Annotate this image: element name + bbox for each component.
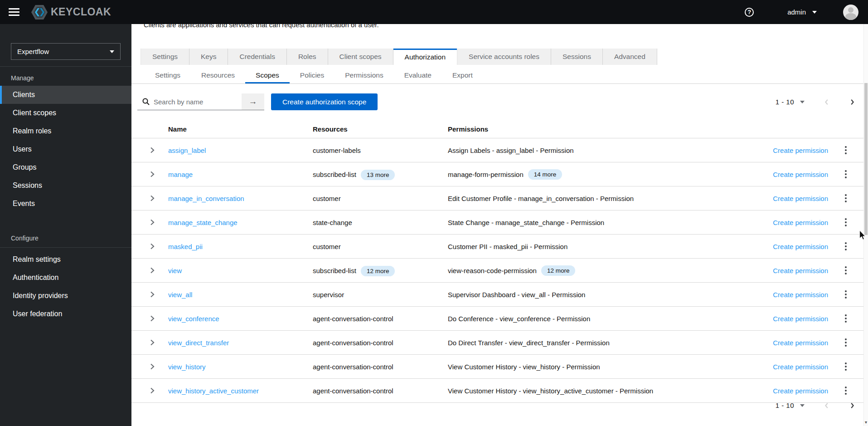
- tab-credentials[interactable]: Credentials: [228, 49, 286, 65]
- sidebar-item-users[interactable]: Users: [0, 140, 131, 158]
- create-permission-link[interactable]: Create permission: [773, 219, 828, 226]
- sidebar-item-identity-providers[interactable]: Identity providers: [0, 287, 131, 305]
- expand-row-button[interactable]: [148, 338, 157, 348]
- pagination-caret-icon[interactable]: [800, 101, 805, 103]
- search-submit-button[interactable]: →: [242, 93, 264, 110]
- more-count-badge[interactable]: 12 more: [541, 265, 576, 276]
- subtab-permissions[interactable]: Permissions: [335, 68, 393, 83]
- tab-authorization[interactable]: Authorization: [393, 49, 457, 65]
- resource-name: state-change: [313, 219, 352, 226]
- vertical-scrollbar[interactable]: ▾: [863, 24, 868, 426]
- more-count-badge[interactable]: 12 more: [361, 266, 395, 276]
- subtab-policies[interactable]: Policies: [290, 68, 335, 83]
- sidebar-item-events[interactable]: Events: [0, 195, 131, 213]
- create-permission-link[interactable]: Create permission: [773, 291, 828, 299]
- kebab-menu-button[interactable]: [842, 167, 849, 181]
- sidebar-item-clients[interactable]: Clients: [0, 86, 131, 104]
- create-permission-link[interactable]: Create permission: [773, 363, 828, 371]
- keycloak-logo[interactable]: KEYCLOAK: [31, 5, 111, 20]
- hamburger-menu-icon[interactable]: [9, 8, 19, 16]
- subtab-scopes[interactable]: Scopes: [245, 68, 290, 83]
- authorization-scopes-table: Name Resources Permissions assign_label …: [131, 120, 863, 403]
- scope-name-link[interactable]: view_conference: [168, 315, 219, 323]
- scope-name-link[interactable]: view: [168, 267, 182, 274]
- create-permission-link[interactable]: Create permission: [773, 195, 828, 202]
- expand-row-button[interactable]: [148, 313, 157, 323]
- create-permission-link[interactable]: Create permission: [773, 147, 828, 154]
- tab-service-accounts-roles[interactable]: Service accounts roles: [457, 49, 551, 65]
- tab-keys[interactable]: Keys: [189, 49, 228, 65]
- expand-row-button[interactable]: [148, 193, 157, 203]
- help-icon[interactable]: ?: [745, 8, 754, 17]
- scope-name-link[interactable]: view_all: [168, 291, 192, 299]
- expand-row-button[interactable]: [148, 169, 157, 179]
- sidebar-item-sessions[interactable]: Sessions: [0, 176, 131, 195]
- subtab-evaluate[interactable]: Evaluate: [394, 68, 442, 83]
- permission-name: View Customer History - view_history - P…: [448, 363, 600, 371]
- realm-selector[interactable]: Expertflow: [11, 43, 121, 60]
- more-count-badge[interactable]: 14 more: [528, 169, 563, 180]
- create-permission-link[interactable]: Create permission: [773, 339, 828, 347]
- pagination-range[interactable]: 1 - 10: [776, 98, 794, 106]
- kebab-menu-button[interactable]: [842, 143, 849, 157]
- sidebar-item-authentication[interactable]: Authentication: [0, 269, 131, 287]
- username: admin: [787, 8, 806, 16]
- tab-sessions[interactable]: Sessions: [551, 49, 603, 65]
- kebab-menu-button[interactable]: [842, 384, 849, 397]
- scope-name-link[interactable]: assign_label: [168, 147, 206, 154]
- scope-name-link[interactable]: view_history_active_customer: [168, 387, 259, 395]
- sidebar-item-realm-settings[interactable]: Realm settings: [0, 250, 131, 269]
- scrollbar-thumb[interactable]: [864, 83, 868, 235]
- tab-client-scopes[interactable]: Client scopes: [328, 49, 393, 65]
- scope-name-link[interactable]: view_history: [168, 363, 206, 371]
- tab-roles[interactable]: Roles: [287, 49, 328, 65]
- pagination-prev-button[interactable]: [824, 99, 830, 105]
- kebab-menu-button[interactable]: [842, 264, 849, 277]
- pagination-prev-button[interactable]: [824, 402, 830, 409]
- more-count-badge[interactable]: 13 more: [361, 170, 395, 180]
- pagination-next-button[interactable]: [849, 402, 855, 409]
- sidebar-item-client-scopes[interactable]: Client scopes: [0, 104, 131, 122]
- expand-row-button[interactable]: [148, 241, 157, 251]
- scope-name-link[interactable]: manage_state_change: [168, 219, 238, 226]
- expand-row-button[interactable]: [148, 265, 157, 275]
- create-permission-link[interactable]: Create permission: [773, 267, 828, 274]
- pagination-range[interactable]: 1 - 10: [776, 402, 794, 409]
- create-permission-link[interactable]: Create permission: [773, 387, 828, 395]
- pagination-next-button[interactable]: [849, 99, 855, 105]
- kebab-menu-button[interactable]: [842, 360, 849, 373]
- kebab-menu-button[interactable]: [842, 312, 849, 325]
- chevron-right-icon: [150, 243, 155, 250]
- expand-row-button[interactable]: [148, 386, 157, 396]
- scope-name-link[interactable]: view_direct_transfer: [168, 339, 229, 347]
- kebab-menu-button[interactable]: [842, 215, 849, 229]
- expand-row-button[interactable]: [148, 217, 157, 227]
- create-permission-link[interactable]: Create permission: [773, 315, 828, 323]
- expand-row-button[interactable]: [148, 145, 157, 155]
- create-permission-link[interactable]: Create permission: [773, 243, 828, 250]
- scrollbar-down-arrow-icon[interactable]: ▾: [864, 420, 868, 425]
- create-authorization-scope-button[interactable]: Create authorization scope: [271, 93, 378, 110]
- scope-name-link[interactable]: manage_in_conversation: [168, 195, 244, 202]
- kebab-menu-button[interactable]: [842, 240, 849, 253]
- kebab-menu-button[interactable]: [842, 336, 849, 349]
- tab-settings[interactable]: Settings: [141, 49, 189, 65]
- kebab-menu-button[interactable]: [842, 191, 849, 205]
- pagination-caret-icon[interactable]: [800, 404, 805, 407]
- subtab-resources[interactable]: Resources: [191, 68, 245, 83]
- sidebar-item-groups[interactable]: Groups: [0, 158, 131, 176]
- subtab-export[interactable]: Export: [442, 68, 483, 83]
- sidebar-item-user-federation[interactable]: User federation: [0, 305, 131, 323]
- scope-name-link[interactable]: manage: [168, 171, 193, 178]
- create-permission-link[interactable]: Create permission: [773, 171, 828, 178]
- sidebar-item-realm-roles[interactable]: Realm roles: [0, 122, 131, 140]
- search-input[interactable]: [137, 93, 242, 110]
- expand-row-button[interactable]: [148, 289, 157, 299]
- tab-advanced[interactable]: Advanced: [603, 49, 657, 65]
- scope-name-link[interactable]: masked_pii: [168, 243, 203, 250]
- subtab-settings[interactable]: Settings: [145, 68, 191, 83]
- user-menu[interactable]: admin: [787, 8, 817, 16]
- kebab-menu-button[interactable]: [842, 288, 849, 301]
- avatar[interactable]: [843, 5, 858, 20]
- expand-row-button[interactable]: [148, 362, 157, 372]
